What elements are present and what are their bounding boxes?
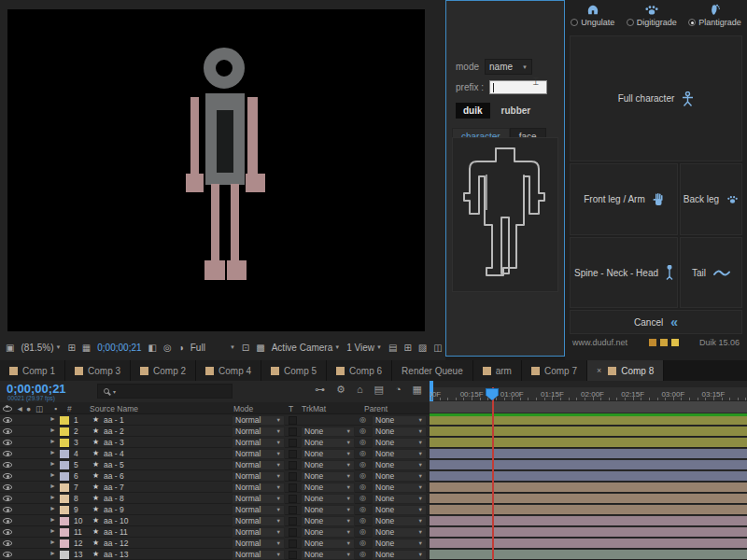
layer-row-10[interactable]: ►10★aa - 10Normal▼None▼◎None▼ — [0, 515, 430, 526]
comp-tab-comp-5[interactable]: Comp 5 — [261, 360, 327, 381]
preserve-transparency-box[interactable] — [289, 427, 297, 436]
comp-tab-comp-2[interactable]: Comp 2 — [131, 360, 196, 381]
layer-name[interactable]: aa - 12 — [104, 539, 128, 548]
flowchart-button-icon[interactable]: ◫ — [433, 343, 442, 353]
preserve-transparency-box[interactable] — [289, 517, 297, 525]
trkmat-dropdown[interactable]: None▼ — [301, 483, 355, 493]
eye-icon[interactable] — [3, 507, 12, 512]
preserve-transparency-box[interactable] — [289, 495, 297, 503]
time-navigator[interactable] — [430, 381, 747, 387]
expand-arrow-icon[interactable]: ► — [49, 438, 56, 444]
composition-canvas[interactable] — [7, 9, 425, 331]
index-column-header[interactable]: # — [67, 404, 72, 413]
parent-dropdown[interactable]: None▼ — [372, 427, 427, 437]
rubber-tab-button[interactable]: rubber — [496, 103, 537, 119]
layer-bar-6[interactable] — [430, 471, 747, 482]
layer-label-swatch[interactable] — [60, 517, 69, 525]
comp-tab-comp-1[interactable]: Comp 1 — [0, 360, 65, 381]
grid-options-icon[interactable]: ⊞ — [67, 343, 75, 353]
eye-icon[interactable] — [3, 496, 12, 501]
expand-arrow-icon[interactable]: ► — [49, 516, 56, 523]
expand-arrow-icon[interactable]: ► — [49, 527, 56, 534]
comp-tab-comp-3[interactable]: Comp 3 — [65, 360, 131, 381]
eye-icon[interactable] — [3, 451, 12, 456]
full-character-button[interactable]: Full character — [570, 35, 742, 161]
trkmat-column-header[interactable]: TrkMat — [302, 404, 326, 413]
pick-whip-icon[interactable]: ◎ — [359, 550, 366, 558]
layer-bar-7[interactable] — [430, 483, 747, 493]
expand-arrow-icon[interactable]: ► — [49, 483, 56, 489]
layer-row-5[interactable]: ►5★aa - 5Normal▼None▼◎None▼ — [0, 459, 430, 470]
viewer-timecode[interactable]: 0;00;00;21 — [97, 343, 141, 353]
layer-row-11[interactable]: ►11★aa - 11Normal▼None▼◎None▼ — [0, 526, 430, 538]
channels-icon[interactable]: ◑ — [178, 343, 184, 353]
resolution-dropdown[interactable]: Full▼ — [190, 343, 235, 353]
layer-label-swatch[interactable] — [60, 551, 69, 559]
layer-row-9[interactable]: ►9★aa - 9Normal▼None▼◎None▼ — [0, 504, 430, 515]
layer-label-swatch[interactable] — [60, 495, 69, 503]
mode-dropdown[interactable]: Normal▼ — [232, 460, 285, 470]
comp-tab-comp-4[interactable]: Comp 4 — [196, 360, 261, 381]
eye-icon[interactable] — [3, 484, 12, 490]
parent-dropdown[interactable]: None▼ — [372, 483, 427, 493]
snapshot-icon[interactable]: ◧ — [148, 343, 157, 353]
trkmat-dropdown[interactable]: None▼ — [301, 460, 355, 470]
pick-whip-icon[interactable]: ◎ — [359, 483, 366, 491]
parent-column-header[interactable]: Parent — [364, 404, 388, 413]
layer-row-13[interactable]: ►13★aa - 13Normal▼None▼◎None▼ — [0, 549, 430, 560]
always-preview-icon[interactable]: ▣ — [6, 343, 14, 353]
layer-name[interactable]: aa - 3 — [104, 438, 124, 447]
magnification-dropdown[interactable]: (81.5%)▼ — [21, 343, 61, 353]
trkmat-dropdown[interactable]: None▼ — [301, 505, 355, 515]
timeline-button-icon[interactable]: ▨ — [418, 343, 427, 353]
layer-row-3[interactable]: ►3★aa - 3Normal▼None▼◎None▼ — [0, 437, 430, 448]
pick-whip-icon[interactable]: ◎ — [359, 494, 366, 502]
layer-bar-12[interactable] — [430, 539, 747, 549]
draft-3d-icon[interactable]: ⚙ — [336, 384, 345, 396]
mode-dropdown[interactable]: Normal▼ — [232, 438, 285, 448]
layer-name[interactable]: aa - 5 — [104, 460, 124, 469]
eye-icon[interactable] — [3, 462, 12, 468]
layer-row-2[interactable]: ►2★aa - 2Normal▼None▼◎None▼ — [0, 426, 430, 437]
current-time-field[interactable]: 0;00;00;21 — [7, 382, 66, 396]
pick-whip-icon[interactable]: ◎ — [359, 438, 366, 446]
mask-visibility-icon[interactable]: ▦ — [82, 343, 91, 353]
pick-whip-icon[interactable]: ◎ — [359, 460, 366, 469]
layer-label-swatch[interactable] — [60, 506, 69, 514]
trkmat-dropdown[interactable]: None▼ — [301, 427, 355, 437]
trkmat-dropdown[interactable]: None▼ — [301, 527, 355, 538]
parent-dropdown[interactable]: None▼ — [372, 460, 427, 470]
layer-bar-3[interactable] — [430, 438, 747, 448]
expand-arrow-icon[interactable]: ► — [49, 505, 56, 511]
shy-layers-icon[interactable]: ⌂ — [357, 384, 363, 396]
parent-dropdown[interactable]: None▼ — [372, 494, 427, 504]
preserve-transparency-box[interactable] — [289, 528, 297, 537]
ungulate-radio[interactable] — [571, 19, 578, 26]
layer-row-8[interactable]: ►8★aa - 8Normal▼None▼◎None▼ — [0, 493, 430, 504]
trkmat-dropdown[interactable]: None▼ — [301, 539, 355, 549]
t-column-header[interactable]: T — [289, 404, 293, 413]
parent-dropdown[interactable]: None▼ — [372, 527, 427, 538]
mode-dropdown[interactable]: Normal▼ — [232, 494, 285, 504]
expand-arrow-icon[interactable]: ► — [49, 460, 56, 467]
mini-flowchart-icon[interactable]: ⊶ — [315, 384, 325, 396]
front-leg-arm-button[interactable]: Front leg / Arm — [570, 163, 678, 235]
trkmat-dropdown[interactable]: None▼ — [301, 471, 355, 482]
camera-dropdown[interactable]: Active Camera▼ — [272, 343, 341, 353]
mode-dropdown[interactable]: Normal▼ — [232, 550, 285, 560]
layer-name[interactable]: aa - 6 — [104, 471, 124, 481]
layer-bar-11[interactable] — [430, 527, 747, 538]
layer-label-swatch[interactable] — [60, 416, 69, 425]
plantigrade-radio[interactable] — [688, 19, 696, 26]
timeline-search-field[interactable]: ▾ — [97, 384, 233, 399]
layer-row-12[interactable]: ►12★aa - 12Normal▼None▼◎None▼ — [0, 538, 430, 549]
preserve-transparency-box[interactable] — [289, 483, 297, 492]
motion-blur-icon[interactable]: ◔ — [395, 384, 402, 396]
pick-whip-icon[interactable]: ◎ — [359, 516, 366, 525]
layer-label-swatch[interactable] — [60, 450, 69, 458]
source-name-column-header[interactable]: Source Name — [90, 404, 138, 413]
preserve-transparency-box[interactable] — [289, 416, 297, 425]
layer-bar-5[interactable] — [430, 460, 747, 470]
transparency-grid-icon[interactable]: ▩ — [256, 343, 264, 353]
fast-previews-icon[interactable]: ⊞ — [403, 343, 411, 353]
